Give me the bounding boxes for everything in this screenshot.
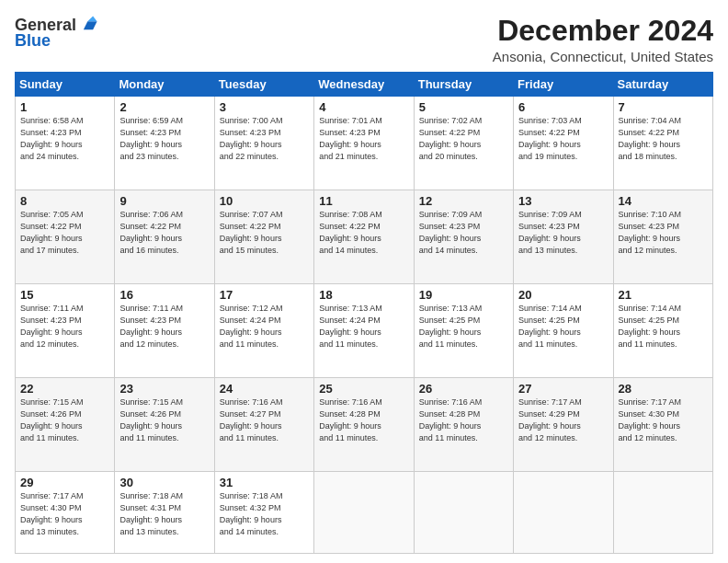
day-number: 1 [20, 100, 109, 114]
day-info: Sunrise: 7:11 AM Sunset: 4:23 PM Dayligh… [119, 303, 209, 350]
day-info: Sunrise: 7:16 AM Sunset: 4:28 PM Dayligh… [319, 396, 408, 444]
day-info: Sunrise: 6:58 AM Sunset: 4:23 PM Dayligh… [20, 115, 109, 163]
page: General Blue December 2024 Ansonia, Conn… [0, 0, 728, 563]
calendar-day-header: Thursday [414, 73, 513, 97]
calendar-cell: 1Sunrise: 6:58 AM Sunset: 4:23 PM Daylig… [16, 97, 115, 190]
day-info: Sunrise: 7:01 AM Sunset: 4:23 PM Dayligh… [319, 115, 408, 163]
day-number: 11 [319, 194, 408, 208]
calendar-cell: 22Sunrise: 7:15 AM Sunset: 4:26 PM Dayli… [16, 377, 115, 471]
day-info: Sunrise: 7:14 AM Sunset: 4:25 PM Dayligh… [518, 303, 608, 350]
calendar-cell: 2Sunrise: 6:59 AM Sunset: 4:23 PM Daylig… [115, 97, 214, 190]
day-info: Sunrise: 7:18 AM Sunset: 4:31 PM Dayligh… [119, 490, 209, 538]
day-number: 3 [220, 100, 309, 114]
calendar-cell: 25Sunrise: 7:16 AM Sunset: 4:28 PM Dayli… [314, 377, 414, 471]
calendar-cell: 5Sunrise: 7:02 AM Sunset: 4:22 PM Daylig… [414, 97, 513, 190]
day-info: Sunrise: 7:12 AM Sunset: 4:24 PM Dayligh… [220, 303, 309, 350]
day-info: Sunrise: 7:17 AM Sunset: 4:30 PM Dayligh… [619, 396, 708, 444]
day-number: 7 [619, 100, 708, 114]
logo-icon [78, 15, 98, 35]
calendar-cell: 18Sunrise: 7:13 AM Sunset: 4:24 PM Dayli… [314, 283, 414, 377]
day-number: 24 [220, 382, 309, 396]
day-number: 19 [419, 288, 508, 302]
day-info: Sunrise: 7:03 AM Sunset: 4:22 PM Dayligh… [518, 115, 608, 163]
day-number: 4 [319, 100, 408, 114]
calendar-cell [414, 471, 513, 553]
day-number: 10 [220, 194, 309, 208]
calendar-cell [314, 471, 414, 553]
day-info: Sunrise: 6:59 AM Sunset: 4:23 PM Dayligh… [119, 115, 209, 163]
day-number: 22 [20, 382, 109, 396]
main-title: December 2024 [493, 15, 713, 47]
day-info: Sunrise: 7:17 AM Sunset: 4:30 PM Dayligh… [20, 490, 109, 538]
day-number: 18 [319, 288, 408, 302]
calendar-cell: 13Sunrise: 7:09 AM Sunset: 4:23 PM Dayli… [514, 190, 613, 284]
day-number: 8 [20, 194, 109, 208]
day-number: 2 [119, 100, 209, 114]
calendar-cell: 14Sunrise: 7:10 AM Sunset: 4:23 PM Dayli… [613, 190, 712, 284]
subtitle: Ansonia, Connecticut, United States [493, 49, 713, 64]
day-info: Sunrise: 7:15 AM Sunset: 4:26 PM Dayligh… [119, 396, 209, 444]
calendar-day-header: Monday [115, 73, 214, 97]
day-info: Sunrise: 7:02 AM Sunset: 4:22 PM Dayligh… [419, 115, 508, 163]
calendar-cell: 15Sunrise: 7:11 AM Sunset: 4:23 PM Dayli… [16, 283, 115, 377]
calendar-cell: 10Sunrise: 7:07 AM Sunset: 4:22 PM Dayli… [214, 190, 313, 284]
calendar-cell: 9Sunrise: 7:06 AM Sunset: 4:22 PM Daylig… [115, 190, 214, 284]
calendar-cell: 28Sunrise: 7:17 AM Sunset: 4:30 PM Dayli… [613, 377, 712, 471]
logo-blue: Blue [15, 31, 51, 51]
day-number: 17 [220, 288, 309, 302]
calendar-day-header: Wednesday [314, 73, 414, 97]
calendar-body: 1Sunrise: 6:58 AM Sunset: 4:23 PM Daylig… [16, 97, 713, 554]
header: General Blue December 2024 Ansonia, Conn… [15, 15, 713, 64]
day-number: 29 [20, 476, 109, 489]
day-info: Sunrise: 7:08 AM Sunset: 4:22 PM Dayligh… [319, 209, 408, 257]
day-number: 27 [518, 382, 608, 396]
calendar-cell: 29Sunrise: 7:17 AM Sunset: 4:30 PM Dayli… [16, 471, 115, 553]
calendar-cell: 27Sunrise: 7:17 AM Sunset: 4:29 PM Dayli… [514, 377, 613, 471]
day-number: 9 [119, 194, 209, 208]
day-info: Sunrise: 7:16 AM Sunset: 4:28 PM Dayligh… [419, 396, 508, 444]
day-info: Sunrise: 7:13 AM Sunset: 4:25 PM Dayligh… [419, 303, 508, 350]
day-number: 6 [518, 100, 608, 114]
calendar-cell: 16Sunrise: 7:11 AM Sunset: 4:23 PM Dayli… [115, 283, 214, 377]
calendar-cell: 21Sunrise: 7:14 AM Sunset: 4:25 PM Dayli… [613, 283, 712, 377]
day-info: Sunrise: 7:10 AM Sunset: 4:23 PM Dayligh… [619, 209, 708, 257]
day-info: Sunrise: 7:06 AM Sunset: 4:22 PM Dayligh… [119, 209, 209, 257]
day-info: Sunrise: 7:07 AM Sunset: 4:22 PM Dayligh… [220, 209, 309, 257]
calendar-cell: 3Sunrise: 7:00 AM Sunset: 4:23 PM Daylig… [214, 97, 313, 190]
calendar-cell: 4Sunrise: 7:01 AM Sunset: 4:23 PM Daylig… [314, 97, 414, 190]
day-number: 14 [619, 194, 708, 208]
day-number: 30 [119, 476, 209, 489]
title-block: December 2024 Ansonia, Connecticut, Unit… [493, 15, 713, 64]
logo: General Blue [15, 15, 98, 51]
calendar-day-header: Tuesday [214, 73, 313, 97]
day-info: Sunrise: 7:09 AM Sunset: 4:23 PM Dayligh… [518, 209, 608, 257]
calendar-cell: 7Sunrise: 7:04 AM Sunset: 4:22 PM Daylig… [613, 97, 712, 190]
day-info: Sunrise: 7:00 AM Sunset: 4:23 PM Dayligh… [220, 115, 309, 163]
day-number: 28 [619, 382, 708, 396]
day-number: 21 [619, 288, 708, 302]
day-number: 12 [419, 194, 508, 208]
calendar-cell: 8Sunrise: 7:05 AM Sunset: 4:22 PM Daylig… [16, 190, 115, 284]
calendar-cell: 17Sunrise: 7:12 AM Sunset: 4:24 PM Dayli… [214, 283, 313, 377]
day-info: Sunrise: 7:16 AM Sunset: 4:27 PM Dayligh… [220, 396, 309, 444]
calendar-cell: 26Sunrise: 7:16 AM Sunset: 4:28 PM Dayli… [414, 377, 513, 471]
day-number: 5 [419, 100, 508, 114]
calendar-cell [514, 471, 613, 553]
calendar-header-row: SundayMondayTuesdayWednesdayThursdayFrid… [16, 73, 713, 97]
day-number: 26 [419, 382, 508, 396]
calendar-cell: 6Sunrise: 7:03 AM Sunset: 4:22 PM Daylig… [514, 97, 613, 190]
calendar-cell: 19Sunrise: 7:13 AM Sunset: 4:25 PM Dayli… [414, 283, 513, 377]
day-number: 13 [518, 194, 608, 208]
calendar-table: SundayMondayTuesdayWednesdayThursdayFrid… [15, 72, 713, 554]
calendar-day-header: Saturday [613, 73, 712, 97]
day-number: 23 [119, 382, 209, 396]
day-number: 20 [518, 288, 608, 302]
calendar-cell: 20Sunrise: 7:14 AM Sunset: 4:25 PM Dayli… [514, 283, 613, 377]
day-number: 31 [220, 476, 309, 489]
day-number: 16 [119, 288, 209, 302]
svg-marker-0 [84, 21, 97, 29]
day-info: Sunrise: 7:11 AM Sunset: 4:23 PM Dayligh… [20, 303, 109, 350]
day-number: 25 [319, 382, 408, 396]
calendar-cell: 24Sunrise: 7:16 AM Sunset: 4:27 PM Dayli… [214, 377, 313, 471]
calendar-cell: 23Sunrise: 7:15 AM Sunset: 4:26 PM Dayli… [115, 377, 214, 471]
